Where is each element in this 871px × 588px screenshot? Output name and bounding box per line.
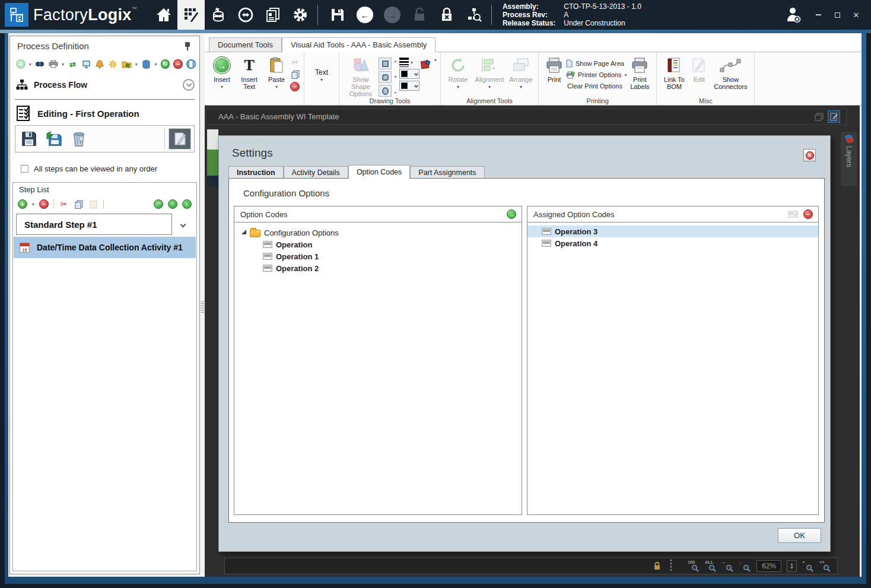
clear-print-options-button[interactable]: Clear Print Options	[566, 81, 627, 91]
edit-button[interactable]: Edit	[688, 54, 710, 96]
assigned-item-selected[interactable]: Operation 3	[527, 225, 818, 237]
printer-options-button[interactable]: ? Printer Options ▾	[566, 70, 627, 80]
import-step-button[interactable]	[43, 128, 65, 150]
add-process-caret[interactable]: ▾	[29, 62, 31, 67]
presentation-button[interactable]	[81, 59, 91, 69]
close-button[interactable]: ✕	[850, 8, 863, 21]
option-code-item[interactable]: Operation 1	[234, 250, 522, 262]
delete-object-button[interactable]: −	[290, 82, 300, 91]
show-page-area-button[interactable]: Show Page Area	[566, 59, 627, 68]
zoom-fit-all-button[interactable]: ALL	[705, 560, 717, 572]
activity-row-selected[interactable]: 15 Date/Time Data Collection Activity #1	[14, 237, 196, 258]
minimize-button[interactable]	[812, 8, 825, 21]
show-connectors-button[interactable]: Show Connectors	[710, 54, 751, 96]
cut-button[interactable]: ✂	[290, 57, 300, 67]
any-order-checkbox[interactable]	[21, 165, 28, 173]
text-button[interactable]: Text ▾	[308, 54, 335, 96]
tab-visual-aid-tools[interactable]: Visual Aid Tools - AAA - Basic Assembly	[282, 37, 436, 52]
documents-button[interactable]	[259, 0, 287, 30]
copy-button[interactable]	[290, 69, 300, 80]
find-button[interactable]	[35, 59, 45, 69]
database-caret[interactable]: ▾	[154, 62, 157, 67]
delete-step-button[interactable]: 7	[68, 128, 90, 150]
paste-button[interactable]	[88, 199, 98, 209]
assign-option-button[interactable]: →	[506, 209, 517, 220]
format-painter-button[interactable]	[419, 58, 433, 71]
home-button[interactable]	[150, 0, 177, 30]
shape-gallery-scroll[interactable]: ▲ ▼ ⏷	[392, 58, 399, 97]
back-button[interactable]: ←	[351, 0, 379, 30]
zoom-in-fast-button[interactable]: ++	[819, 560, 831, 572]
unlock-button[interactable]	[406, 0, 433, 30]
paste-button[interactable]: Paste ▾	[263, 54, 290, 96]
document-edit-icon[interactable]	[828, 110, 840, 123]
format-painter-caret[interactable]: ▾	[434, 58, 437, 63]
line-weight-button[interactable]: ▾	[399, 58, 419, 67]
cut-button[interactable]: ✂	[59, 199, 69, 209]
zoom-out-button[interactable]: -	[739, 560, 751, 572]
option-code-item[interactable]: Operation 2	[234, 262, 522, 274]
tab-part-assignments[interactable]: Part Assignments	[410, 166, 484, 179]
export-caret[interactable]: ▾	[135, 62, 138, 67]
print-button[interactable]: Print	[542, 54, 566, 96]
zoom-100-button[interactable]: 100	[688, 560, 700, 572]
move-top-button[interactable]: ↑⁺	[154, 199, 163, 209]
fill-color-select[interactable]	[399, 81, 419, 91]
edit-assigned-button[interactable]	[787, 209, 798, 220]
remove-button[interactable]: −	[173, 59, 183, 69]
rounded-rect-shape-button[interactable]	[379, 71, 392, 83]
move-down-button[interactable]: ↓	[182, 199, 192, 209]
lock-button[interactable]	[433, 0, 460, 30]
show-shape-options-button[interactable]: Show Shape Options	[343, 54, 379, 97]
print-labels-button[interactable]: Print Labels	[627, 54, 653, 96]
save-button[interactable]	[324, 0, 351, 30]
arrange-button[interactable]: Arrange ▾	[507, 54, 535, 96]
line-color-select[interactable]	[399, 69, 419, 79]
expander-icon[interactable]	[241, 230, 246, 234]
process-flow-header[interactable]: Process Flow	[16, 75, 195, 94]
export-folder-button[interactable]	[122, 59, 132, 69]
add-step-caret[interactable]: ▾	[32, 202, 34, 207]
add-step-button[interactable]: +	[18, 199, 27, 209]
maximize-button[interactable]	[831, 8, 844, 21]
tree-root-row[interactable]: Configuration Options	[234, 227, 522, 239]
insert-button[interactable]: → Insert ▾	[208, 54, 236, 96]
exchange-button[interactable]: ⇄	[68, 59, 78, 69]
layers-tab[interactable]: Layers	[841, 132, 857, 186]
sync-button[interactable]	[232, 0, 259, 30]
pause-button[interactable]: ❙❙	[186, 59, 196, 69]
process-audit-button[interactable]	[460, 0, 488, 30]
dialog-close-button[interactable]: ✕	[803, 149, 816, 161]
option-code-item[interactable]: Operation	[234, 239, 522, 250]
refresh-button[interactable]: ↻	[161, 59, 170, 69]
print-caret[interactable]: ▾	[62, 62, 64, 67]
forward-button[interactable]: →	[379, 0, 406, 30]
move-up-button[interactable]: ↑	[168, 199, 177, 209]
add-process-button[interactable]: +	[16, 59, 26, 69]
tab-instruction[interactable]: Instruction	[228, 166, 284, 179]
zoom-value[interactable]: 62%	[756, 560, 781, 572]
zoom-in-button[interactable]: +	[802, 560, 814, 572]
save-step-button[interactable]	[18, 128, 40, 150]
ellipse-shape-button[interactable]	[379, 85, 392, 97]
marquee-zoom-button[interactable]	[670, 560, 682, 572]
collapse-icon[interactable]	[183, 79, 195, 91]
print-button[interactable]	[48, 59, 58, 69]
zoom-out-fast-button[interactable]: --	[722, 560, 734, 572]
remove-assigned-button[interactable]: −	[803, 209, 813, 220]
edit-mode-toggle[interactable]	[169, 128, 191, 150]
insert-text-button[interactable]: T Insert Text	[236, 54, 263, 96]
document-stack-icon[interactable]	[813, 110, 825, 123]
bell-icon[interactable]	[94, 59, 104, 69]
lock-zoom-button[interactable]	[653, 560, 665, 572]
panel-splitter[interactable]	[200, 36, 205, 574]
material-button[interactable]	[205, 0, 232, 30]
tab-option-codes[interactable]: Option Codes	[348, 165, 410, 179]
step-expander[interactable]	[172, 223, 193, 227]
zoom-spinner[interactable]: ▲▼	[787, 560, 797, 572]
settings-button[interactable]	[287, 0, 314, 30]
tab-document-tools[interactable]: Document Tools	[209, 37, 282, 52]
rotate-button[interactable]: Rotate ▾	[444, 54, 472, 96]
ok-button[interactable]: OK	[778, 528, 821, 543]
rect-shape-button[interactable]	[379, 58, 392, 69]
